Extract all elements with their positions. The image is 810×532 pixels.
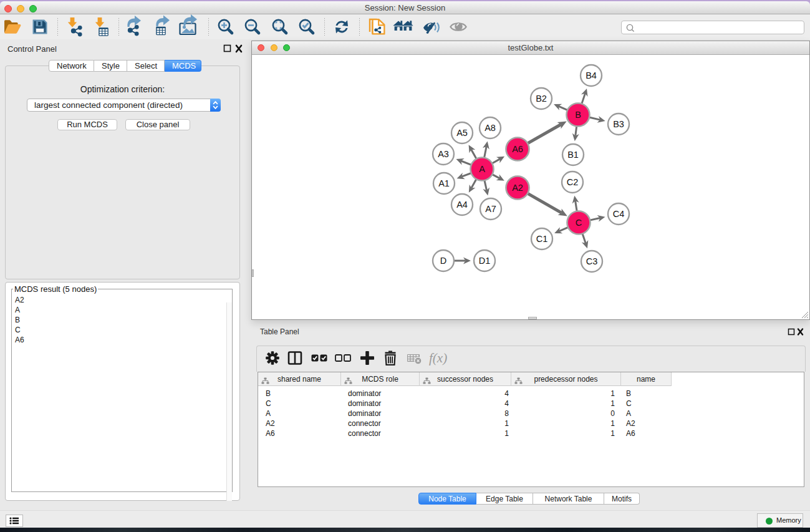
- svg-text:A4: A4: [456, 200, 468, 210]
- svg-text:A7: A7: [485, 204, 496, 214]
- svg-text:B1: B1: [567, 150, 579, 160]
- svg-text:A2: A2: [512, 183, 523, 193]
- svg-text:C1: C1: [536, 234, 548, 244]
- svg-text:A6: A6: [512, 144, 523, 154]
- svg-text:B3: B3: [613, 119, 624, 129]
- svg-text:D: D: [440, 256, 446, 266]
- svg-text:B2: B2: [536, 94, 547, 104]
- svg-text:A1: A1: [438, 178, 450, 188]
- svg-text:C4: C4: [613, 209, 625, 219]
- svg-text:B4: B4: [586, 70, 597, 80]
- svg-text:f(x): f(x): [429, 351, 447, 365]
- svg-text:B: B: [575, 110, 581, 120]
- svg-text:A5: A5: [456, 128, 468, 138]
- svg-text:A3: A3: [438, 149, 449, 159]
- svg-text:C2: C2: [567, 177, 579, 187]
- svg-text:C3: C3: [586, 256, 598, 266]
- svg-text:C: C: [576, 218, 582, 228]
- svg-text:D1: D1: [479, 256, 491, 266]
- svg-text:A8: A8: [485, 123, 496, 133]
- svg-text:A: A: [479, 164, 485, 174]
